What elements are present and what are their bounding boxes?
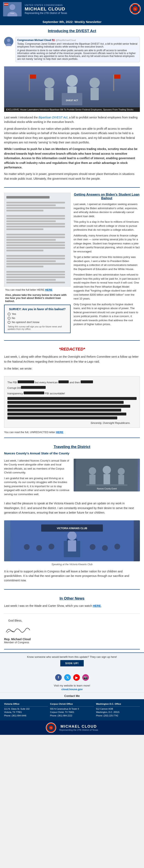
read-full-block: You can read the full, UNREDACTED letter… <box>0 430 144 435</box>
redacted-title: *REDACTED* <box>0 344 144 353</box>
news-photo-block: DIVEST ACT EXCLUSIVE: House Lawmakers In… <box>4 66 140 112</box>
facebook-icon[interactable]: f <box>55 674 62 681</box>
svg-text:VICTORIA KIWANIS CLUB: VICTORIA KIWANIS CLUB <box>57 527 87 530</box>
redacted-intro: Last week, I, along with other Republica… <box>0 353 144 374</box>
survey-box: SURVEY: Are you in favor of this bailout… <box>4 305 71 333</box>
survey-option-no-opinion[interactable]: No opinion/I don't know <box>8 320 67 324</box>
footer-logo-bar: TX MICHAEL CLOUD Representing the 27th D… <box>0 720 144 735</box>
svg-point-49 <box>49 544 54 550</box>
victoria-office: Victoria Office 111 N. Glass St. Suite 1… <box>4 702 48 717</box>
congressman-photo: Photo <box>3 2 22 17</box>
traveling-para3-block: I also had the pleasure to speak at the … <box>0 500 144 518</box>
student-loan-letter-doc <box>4 193 71 287</box>
corpus-office-title: Corpus Christi Office <box>50 702 94 707</box>
svg-point-38 <box>118 468 125 475</box>
svg-point-36 <box>103 466 111 474</box>
sincerely-line: Sincerely, Oversight Republicans. <box>7 422 137 425</box>
victoria-city: Victoria, TX 77901 <box>4 710 48 714</box>
twitter-icon[interactable]: 𝕏 <box>64 674 71 681</box>
dc-office-title: Washington D.C. Office <box>96 702 140 707</box>
header-name: MICHAEL CLOUD <box>25 6 126 12</box>
svg-text:DIVEST ACT: DIVEST ACT <box>66 99 78 102</box>
letter-line-9 <box>7 416 137 420</box>
letter-line-1: The FBI but every American and then <box>7 380 137 385</box>
radio-yes[interactable] <box>8 313 10 315</box>
radio-no-opinion[interactable] <box>8 321 10 324</box>
divest-title: Introducing the DIVEST Act <box>0 25 144 35</box>
signup-text: Know someone who would benefit from this… <box>4 655 140 658</box>
svg-text:TX: TX <box>50 727 52 729</box>
traveling-para1: Last week, I attended Nueces County's an… <box>4 459 71 475</box>
survey-title: SURVEY: Are you in favor of this bailout… <box>8 308 67 311</box>
read-letter-text: You can read the full letter HERE HERE <box>4 288 71 291</box>
newsletter-date: September 8th, 2022: Weekly Newsletter <box>0 19 144 25</box>
footer-offices: Victoria Office 111 N. Glass St. Suite 1… <box>4 702 140 717</box>
read-letter-link[interactable]: HERE <box>45 288 52 291</box>
student-loan-letter-col: You can read the full letter HERE HERE A… <box>4 193 71 335</box>
footer-logo-name: MICHAEL CLOUD <box>59 724 98 729</box>
svg-text:Photo: Photo <box>10 13 14 14</box>
survey-option-no[interactable]: No <box>8 316 67 319</box>
student-loan-info-col: Getting Answers on Biden's Student Loan … <box>74 193 140 335</box>
student-loan-section-title: Getting Answers on Biden's Student Loan … <box>74 193 140 200</box>
redacted-letter-block: The FBI but every American and then Corr… <box>4 376 140 428</box>
svg-rect-40 <box>86 484 127 486</box>
instagram-icon[interactable]: 📷 <box>82 674 89 681</box>
footer-signup: Know someone who would benefit from this… <box>0 652 144 671</box>
divest-body-text: Last week I introduced the Bipartisan DI… <box>0 114 144 184</box>
traveling-section-title: Traveling the District <box>0 441 144 451</box>
footer-logo-subtitle: Representing the 27th District of Texas <box>59 729 98 731</box>
victoria-phone: Phone: (361) 894-6446 <box>4 714 48 717</box>
rep-name: Rep. Michael Cloud <box>4 638 140 641</box>
svg-rect-26 <box>91 88 99 100</box>
corpus-city: Corpus Christi, TX 78401 <box>50 710 94 714</box>
svg-rect-22 <box>45 88 53 100</box>
read-full-link[interactable]: HERE <box>56 431 63 434</box>
svg-text:TX: TX <box>134 8 136 10</box>
nueces-county-title: Nueces County's Annual State of the Coun… <box>0 451 144 457</box>
svg-point-45 <box>68 531 76 540</box>
nueces-photo: Nueces County Event <box>74 459 140 492</box>
svg-point-50 <box>90 544 95 550</box>
social-icons-row: f 𝕏 ▶ 📷 <box>0 672 144 683</box>
svg-text:Nueces County Event: Nueces County Event <box>97 488 117 490</box>
header-subtitle: Representing the 27th District of Texas <box>25 12 126 14</box>
kiwanis-photo: VICTORIA KIWANIS CLUB <box>4 520 140 561</box>
corpus-phone: Phone: (361) 884-2222 <box>50 714 94 717</box>
signature-image <box>4 625 140 636</box>
svg-point-16 <box>7 39 10 42</box>
svg-point-47 <box>24 544 30 550</box>
svg-point-51 <box>102 545 108 551</box>
svg-rect-5 <box>4 4 8 5</box>
letter-line-2: Corrupt DO <box>7 386 137 390</box>
letter-line-8 <box>7 412 137 415</box>
website-url[interactable]: cloud.house.gov <box>0 688 144 691</box>
svg-rect-39 <box>118 475 124 485</box>
header-top-line: UNITED STATES CONGRESSMAN <box>25 4 126 6</box>
corpus-office: Corpus Christi Office 555 N Carancahua S… <box>50 702 94 717</box>
survey-options: Yes No No opinion/I don't know <box>8 312 67 324</box>
svg-point-23 <box>66 75 78 87</box>
svg-rect-37 <box>103 474 110 485</box>
wade-carter-link[interactable]: HERE <box>93 604 101 608</box>
dc-address: 512 Cannon HOB <box>96 707 140 711</box>
social-content-box: Congressman Michael Cloud 🇺🇸 @RepMichael… <box>16 37 140 62</box>
svg-point-34 <box>89 467 96 475</box>
letter-line-5 <box>7 401 137 404</box>
signup-button[interactable]: SIGN UP! <box>60 660 84 666</box>
survey-option-yes[interactable]: Yes <box>8 312 67 315</box>
radio-no[interactable] <box>8 317 10 319</box>
student-loan-para4: To get a better sense of how this reckle… <box>74 255 140 271</box>
social-post: Congressman Michael Cloud 🇺🇸 @RepMichael… <box>0 35 144 64</box>
rep-title: Member of Congress <box>4 641 140 644</box>
svg-text:★: ★ <box>131 11 133 13</box>
survey-note: Taking this survey will sign you up for … <box>8 325 67 330</box>
traveling-para2: I am grateful that we are growing and th… <box>4 476 71 496</box>
kiwanis-photo-caption: Speaking at the Victoria Kiwanis Club <box>4 563 140 566</box>
youtube-icon[interactable]: ▶ <box>73 674 80 681</box>
survey-invite-text: Also, please take the survey below to sh… <box>4 293 71 303</box>
svg-point-25 <box>90 78 100 88</box>
svg-point-1 <box>9 4 15 10</box>
footer-contact: Victoria Office 111 N. Glass St. Suite 1… <box>0 699 144 720</box>
traveling-photo-col: Nueces County Event <box>74 459 140 498</box>
